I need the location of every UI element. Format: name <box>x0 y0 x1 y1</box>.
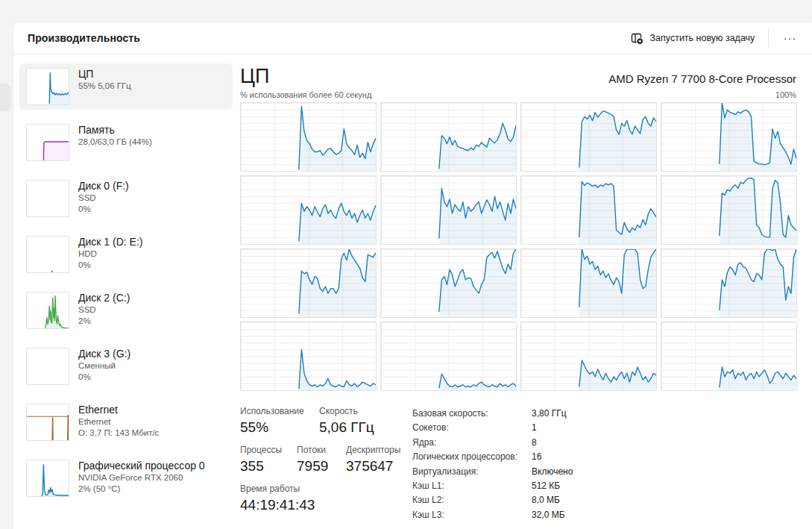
handles-value: 375647 <box>346 457 400 475</box>
core-chart-cpu-2 <box>520 102 657 172</box>
nav-rail-selected-stub <box>0 84 11 111</box>
performance-sidebar: ЦП55% 5,06 ГГцПамять28,0/63,0 ГБ (44%)Ди… <box>13 54 239 529</box>
content-area: ЦП55% 5,06 ГГцПамять28,0/63,0 ГБ (44%)Ди… <box>13 54 812 529</box>
sidebar-item-disk2[interactable]: Диск 2 (C:)SSD2% <box>19 287 233 334</box>
graph-caption: % использования более 60 секунд <box>240 90 371 99</box>
sidebar-item-gpu0[interactable]: Графический процессор 0NVIDIA GeForce RT… <box>19 455 233 501</box>
uptime-value: 44:19:41:43 <box>240 496 315 514</box>
processes-label: Процессы <box>240 445 297 455</box>
more-options-button[interactable]: ... <box>775 29 806 47</box>
spec-row: Сокетов:1 <box>412 421 796 435</box>
sidebar-item-text: Графический процессор 0NVIDIA GeForce RT… <box>78 460 205 497</box>
spec-row: Кэш L1:512 КБ <box>412 479 796 493</box>
spec-value: 512 КБ <box>532 479 560 493</box>
sidebar-item-subline: Сменный <box>78 360 130 372</box>
core-chart-cpu-8 <box>240 248 377 318</box>
spec-row: Кэш L2:8,0 МБ <box>412 493 796 507</box>
sidebar-item-title: Диск 2 (C:) <box>78 292 130 304</box>
cpu-header-row: ЦП AMD Ryzen 7 7700 8-Core Processor <box>240 65 796 87</box>
sidebar-item-title: Графический процессор 0 <box>78 460 205 472</box>
sidebar-item-subline: 2% (50 °C) <box>78 483 205 495</box>
spec-label: Ядра: <box>412 436 532 450</box>
spec-row: Кэш L3:32,0 МБ <box>412 508 796 522</box>
sidebar-item-disk3[interactable]: Диск 3 (G:)Сменный0% <box>19 343 233 389</box>
threads-label: Потоки <box>297 445 346 455</box>
usage-value: 55% <box>240 419 319 436</box>
mini-chart-cpu <box>26 68 69 105</box>
mini-chart-ethernet <box>26 404 69 441</box>
sidebar-item-title: Ethernet <box>78 404 159 416</box>
processor-name: AMD Ryzen 7 7700 8-Core Processor <box>608 72 796 87</box>
sidebar-item-subline: 0% <box>78 260 142 271</box>
cpu-stats: Использование 55% Скорость 5,06 ГГц Проц… <box>240 406 796 522</box>
spec-label: Кэш L2: <box>412 493 532 507</box>
handles-label: Дескрипторы <box>346 445 400 455</box>
spec-row: Базовая скорость:3,80 ГГц <box>412 407 796 421</box>
sidebar-item-ethernet[interactable]: EthernetEthernetО: 3,7 П: 143 Мбит/с <box>19 399 233 445</box>
sidebar-item-text: Диск 3 (G:)Сменный0% <box>78 348 130 385</box>
window-plus-icon <box>631 32 643 45</box>
sidebar-item-disk0[interactable]: Диск 0 (F:)SSD0% <box>19 175 233 222</box>
spec-value: 8 <box>532 436 537 450</box>
sidebar-item-text: EthernetEthernetО: 3,7 П: 143 Мбит/с <box>78 404 159 441</box>
mini-chart-disk3 <box>26 348 69 385</box>
sidebar-item-subline: 28,0/63,0 ГБ (44%) <box>78 137 152 148</box>
spec-value: Включено <box>532 465 573 479</box>
sidebar-item-cpu[interactable]: ЦП55% 5,06 ГГц <box>19 63 233 110</box>
sidebar-item-title: ЦП <box>78 68 131 81</box>
run-new-task-button[interactable]: Запустить новую задачу <box>623 28 763 49</box>
processes-value: 355 <box>240 457 297 475</box>
sidebar-item-subline: О: 3,7 П: 143 Мбит/с <box>78 428 159 439</box>
sidebar-item-text: Диск 1 (D: E:)HDD0% <box>78 236 142 273</box>
core-chart-cpu-10 <box>520 248 657 318</box>
core-chart-cpu-4 <box>240 175 377 245</box>
threads-value: 7959 <box>297 457 346 475</box>
sidebar-item-disk1[interactable]: Диск 1 (D: E:)HDD0% <box>19 231 233 278</box>
mini-chart-disk1 <box>26 236 69 273</box>
cpu-detail-pane: ЦП AMD Ryzen 7 7700 8-Core Processor % и… <box>239 54 812 529</box>
spec-label: Виртуализация: <box>412 465 532 479</box>
core-chart-cpu-1 <box>380 102 517 172</box>
graph-caption-row: % использования более 60 секунд 100% <box>240 90 796 99</box>
mini-chart-disk0 <box>26 180 69 217</box>
mini-chart-memory <box>26 124 69 161</box>
core-chart-cpu-6 <box>520 175 657 245</box>
cpu-stats-static: Базовая скорость:3,80 ГГцСокетов:1Ядра:8… <box>412 406 796 522</box>
core-chart-cpu-5 <box>380 175 517 245</box>
sidebar-item-subline: 55% 5,06 ГГц <box>78 81 131 92</box>
mini-chart-gpu0 <box>26 460 69 497</box>
sidebar-item-title: Диск 0 (F:) <box>78 180 129 192</box>
task-manager-window: Производительность Запустить новую задач… <box>13 22 812 529</box>
sidebar-item-memory[interactable]: Память28,0/63,0 ГБ (44%) <box>19 119 233 166</box>
sidebar-item-subline: SSD <box>78 304 130 316</box>
speed-label: Скорость <box>319 406 374 416</box>
sidebar-item-subline: NVIDIA GeForce RTX 2060 <box>78 472 205 483</box>
core-chart-cpu-13 <box>380 322 517 391</box>
spec-label: Логических процессоров: <box>412 450 532 464</box>
spec-row: Виртуализация:Включено <box>412 465 796 479</box>
spec-label: Базовая скорость: <box>412 407 532 421</box>
sidebar-item-subline: 2% <box>78 316 130 327</box>
core-chart-cpu-3 <box>661 102 797 172</box>
spec-label: Кэш L3: <box>412 508 532 522</box>
sidebar-item-subline: 0% <box>78 204 129 215</box>
sidebar-item-text: Память28,0/63,0 ГБ (44%) <box>78 124 152 161</box>
sidebar-item-text: Диск 2 (C:)SSD2% <box>78 292 130 329</box>
sidebar-item-subline: 0% <box>78 372 130 383</box>
sidebar-item-title: Диск 1 (D: E:) <box>78 236 142 248</box>
ellipsis-icon: ... <box>784 30 797 42</box>
header-divider <box>768 29 769 47</box>
sidebar-item-text: Диск 0 (F:)SSD0% <box>78 180 129 217</box>
spec-label: Кэш L1: <box>412 479 532 493</box>
usage-label: Использование <box>240 406 319 416</box>
core-chart-cpu-12 <box>240 322 377 391</box>
spec-value: 8,0 МБ <box>532 493 560 507</box>
spec-value: 32,0 МБ <box>532 508 565 522</box>
page-title: Производительность <box>28 32 140 44</box>
core-chart-cpu-15 <box>661 322 797 391</box>
sidebar-item-title: Диск 3 (G:) <box>78 348 130 360</box>
spec-label: Сокетов: <box>412 421 532 435</box>
spec-value: 16 <box>532 450 541 464</box>
cpu-pane-title: ЦП <box>240 65 269 87</box>
spec-value: 3,80 ГГц <box>532 407 567 421</box>
